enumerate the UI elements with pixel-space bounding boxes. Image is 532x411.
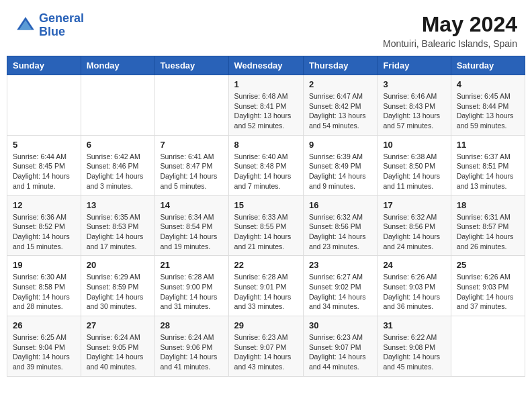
day-number: 13 (87, 200, 149, 210)
day-info: Sunrise: 6:42 AM Sunset: 8:46 PM Dayligh… (87, 152, 149, 191)
calendar-cell: 6Sunrise: 6:42 AM Sunset: 8:46 PM Daylig… (81, 135, 154, 195)
day-number: 24 (383, 260, 445, 270)
logo-icon (15, 15, 36, 36)
calendar-cell: 18Sunrise: 6:31 AM Sunset: 8:57 PM Dayli… (451, 195, 525, 256)
calendar-cell: 28Sunrise: 6:24 AM Sunset: 9:06 PM Dayli… (154, 316, 228, 377)
calendar-cell: 21Sunrise: 6:28 AM Sunset: 9:00 PM Dayli… (154, 256, 228, 316)
day-info: Sunrise: 6:32 AM Sunset: 8:56 PM Dayligh… (383, 212, 445, 252)
calendar-cell: 29Sunrise: 6:23 AM Sunset: 9:07 PM Dayli… (228, 316, 303, 377)
day-info: Sunrise: 6:48 AM Sunset: 8:41 PM Dayligh… (234, 91, 298, 131)
calendar-cell: 10Sunrise: 6:38 AM Sunset: 8:50 PM Dayli… (378, 135, 451, 195)
day-number: 29 (234, 320, 298, 330)
day-number: 20 (87, 260, 149, 270)
calendar-cell: 4Sunrise: 6:45 AM Sunset: 8:44 PM Daylig… (451, 75, 525, 136)
day-number: 22 (234, 260, 298, 270)
calendar-cell: 7Sunrise: 6:41 AM Sunset: 8:47 PM Daylig… (154, 135, 228, 195)
day-number: 23 (309, 260, 371, 270)
weekday-header: Tuesday (154, 56, 228, 75)
calendar-cell: 8Sunrise: 6:40 AM Sunset: 8:48 PM Daylig… (228, 135, 303, 195)
calendar-cell: 2Sunrise: 6:47 AM Sunset: 8:42 PM Daylig… (303, 75, 377, 136)
calendar-cell: 12Sunrise: 6:36 AM Sunset: 8:52 PM Dayli… (7, 195, 81, 256)
page-header: General Blue May 2024 Montuiri, Balearic… (7, 7, 525, 52)
day-number: 18 (457, 200, 519, 210)
day-info: Sunrise: 6:25 AM Sunset: 9:04 PM Dayligh… (13, 332, 75, 372)
weekday-header: Thursday (303, 56, 377, 75)
calendar-week-row: 1Sunrise: 6:48 AM Sunset: 8:41 PM Daylig… (7, 75, 525, 136)
day-info: Sunrise: 6:46 AM Sunset: 8:43 PM Dayligh… (383, 91, 445, 131)
calendar-cell: 16Sunrise: 6:32 AM Sunset: 8:56 PM Dayli… (303, 195, 377, 256)
day-info: Sunrise: 6:32 AM Sunset: 8:56 PM Dayligh… (309, 212, 371, 252)
day-number: 5 (13, 140, 75, 150)
day-info: Sunrise: 6:45 AM Sunset: 8:44 PM Dayligh… (457, 91, 519, 131)
calendar-cell (451, 316, 525, 377)
calendar-cell: 14Sunrise: 6:34 AM Sunset: 8:54 PM Dayli… (154, 195, 228, 256)
month-year: May 2024 (383, 12, 517, 37)
calendar-header-row: SundayMondayTuesdayWednesdayThursdayFrid… (7, 56, 525, 75)
calendar-cell: 3Sunrise: 6:46 AM Sunset: 8:43 PM Daylig… (378, 75, 451, 136)
day-info: Sunrise: 6:33 AM Sunset: 8:55 PM Dayligh… (234, 212, 298, 252)
day-info: Sunrise: 6:31 AM Sunset: 8:57 PM Dayligh… (457, 212, 519, 252)
day-info: Sunrise: 6:23 AM Sunset: 9:07 PM Dayligh… (234, 332, 298, 372)
weekday-header: Friday (378, 56, 451, 75)
calendar-cell (154, 75, 228, 136)
day-number: 26 (13, 320, 75, 330)
calendar-cell: 31Sunrise: 6:22 AM Sunset: 9:08 PM Dayli… (378, 316, 451, 377)
calendar-cell (81, 75, 154, 136)
calendar-cell: 30Sunrise: 6:23 AM Sunset: 9:07 PM Dayli… (303, 316, 377, 377)
day-info: Sunrise: 6:28 AM Sunset: 9:00 PM Dayligh… (161, 272, 223, 312)
day-number: 1 (234, 79, 298, 89)
location: Montuiri, Balearic Islands, Spain (383, 38, 517, 49)
day-info: Sunrise: 6:23 AM Sunset: 9:07 PM Dayligh… (309, 332, 371, 372)
day-number: 27 (87, 320, 149, 330)
day-info: Sunrise: 6:39 AM Sunset: 8:49 PM Dayligh… (309, 152, 371, 191)
day-number: 25 (457, 260, 519, 270)
day-number: 28 (161, 320, 223, 330)
day-info: Sunrise: 6:26 AM Sunset: 9:03 PM Dayligh… (383, 272, 445, 312)
weekday-header: Wednesday (228, 56, 303, 75)
day-info: Sunrise: 6:40 AM Sunset: 8:48 PM Dayligh… (234, 152, 298, 191)
day-number: 31 (383, 320, 445, 330)
day-info: Sunrise: 6:24 AM Sunset: 9:05 PM Dayligh… (87, 332, 149, 372)
day-info: Sunrise: 6:41 AM Sunset: 8:47 PM Dayligh… (161, 152, 223, 191)
day-number: 14 (161, 200, 223, 210)
day-number: 19 (13, 260, 75, 270)
calendar-week-row: 19Sunrise: 6:30 AM Sunset: 8:58 PM Dayli… (7, 256, 525, 316)
day-number: 10 (383, 140, 445, 150)
calendar-cell: 11Sunrise: 6:37 AM Sunset: 8:51 PM Dayli… (451, 135, 525, 195)
day-number: 11 (457, 140, 519, 150)
calendar-cell: 26Sunrise: 6:25 AM Sunset: 9:04 PM Dayli… (7, 316, 81, 377)
day-info: Sunrise: 6:30 AM Sunset: 8:58 PM Dayligh… (13, 272, 75, 312)
day-number: 6 (87, 140, 149, 150)
calendar-cell: 17Sunrise: 6:32 AM Sunset: 8:56 PM Dayli… (378, 195, 451, 256)
day-number: 3 (383, 79, 445, 89)
day-info: Sunrise: 6:29 AM Sunset: 8:59 PM Dayligh… (87, 272, 149, 312)
logo: General Blue (15, 12, 84, 39)
calendar-week-row: 26Sunrise: 6:25 AM Sunset: 9:04 PM Dayli… (7, 316, 525, 377)
weekday-header: Sunday (7, 56, 81, 75)
day-info: Sunrise: 6:22 AM Sunset: 9:08 PM Dayligh… (383, 332, 445, 372)
calendar-week-row: 5Sunrise: 6:44 AM Sunset: 8:45 PM Daylig… (7, 135, 525, 195)
calendar-cell: 9Sunrise: 6:39 AM Sunset: 8:49 PM Daylig… (303, 135, 377, 195)
calendar-cell: 27Sunrise: 6:24 AM Sunset: 9:05 PM Dayli… (81, 316, 154, 377)
day-info: Sunrise: 6:28 AM Sunset: 9:01 PM Dayligh… (234, 272, 298, 312)
calendar-table: SundayMondayTuesdayWednesdayThursdayFrid… (7, 56, 525, 377)
title-block: May 2024 Montuiri, Balearic Islands, Spa… (383, 12, 517, 49)
calendar-cell: 20Sunrise: 6:29 AM Sunset: 8:59 PM Dayli… (81, 256, 154, 316)
day-number: 21 (161, 260, 223, 270)
calendar-cell: 5Sunrise: 6:44 AM Sunset: 8:45 PM Daylig… (7, 135, 81, 195)
day-info: Sunrise: 6:24 AM Sunset: 9:06 PM Dayligh… (161, 332, 223, 372)
day-info: Sunrise: 6:44 AM Sunset: 8:45 PM Dayligh… (13, 152, 75, 191)
day-number: 8 (234, 140, 298, 150)
calendar-week-row: 12Sunrise: 6:36 AM Sunset: 8:52 PM Dayli… (7, 195, 525, 256)
day-number: 2 (309, 79, 371, 89)
day-number: 12 (13, 200, 75, 210)
day-info: Sunrise: 6:37 AM Sunset: 8:51 PM Dayligh… (457, 152, 519, 191)
weekday-header: Saturday (451, 56, 525, 75)
day-info: Sunrise: 6:36 AM Sunset: 8:52 PM Dayligh… (13, 212, 75, 252)
day-number: 9 (309, 140, 371, 150)
day-number: 15 (234, 200, 298, 210)
day-number: 17 (383, 200, 445, 210)
calendar-cell: 23Sunrise: 6:27 AM Sunset: 9:02 PM Dayli… (303, 256, 377, 316)
day-info: Sunrise: 6:38 AM Sunset: 8:50 PM Dayligh… (383, 152, 445, 191)
day-info: Sunrise: 6:26 AM Sunset: 9:03 PM Dayligh… (457, 272, 519, 312)
